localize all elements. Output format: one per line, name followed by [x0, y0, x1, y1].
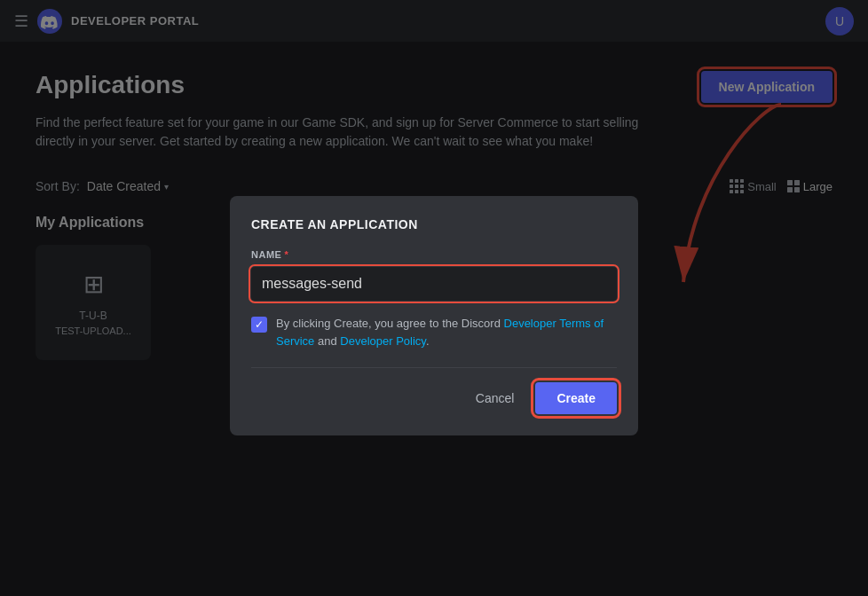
- modal-footer: Cancel Create: [251, 367, 617, 414]
- terms-row: By clicking Create, you agree to the Dis…: [251, 315, 617, 349]
- required-star: *: [284, 249, 288, 260]
- terms-link-policy[interactable]: Developer Policy: [340, 334, 426, 348]
- terms-checkbox[interactable]: [251, 317, 267, 333]
- terms-text: By clicking Create, you agree to the Dis…: [276, 315, 617, 349]
- create-button[interactable]: Create: [535, 382, 617, 414]
- modal-dialog: CREATE AN APPLICATION NAME * By clicking…: [230, 196, 638, 435]
- cancel-button[interactable]: Cancel: [465, 384, 525, 412]
- terms-text-before: By clicking Create, you agree to the Dis…: [276, 317, 504, 330]
- modal-title: CREATE AN APPLICATION: [251, 217, 617, 231]
- name-field-label: NAME *: [251, 249, 617, 260]
- modal-overlay: CREATE AN APPLICATION NAME * By clicking…: [0, 0, 868, 596]
- terms-period: .: [426, 334, 430, 348]
- terms-between: and: [314, 334, 340, 348]
- application-name-input[interactable]: [251, 267, 617, 301]
